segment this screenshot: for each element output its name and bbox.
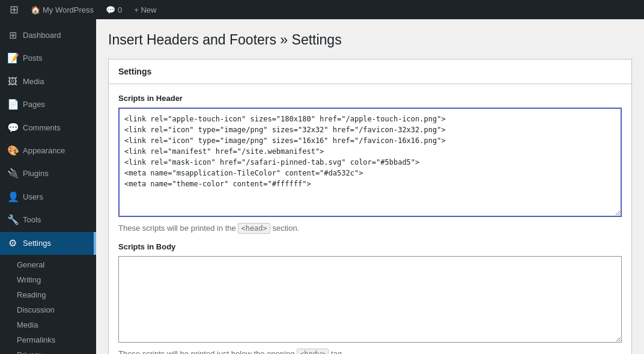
submenu-media[interactable]: Media — [0, 317, 96, 332]
house-icon: 🏠 — [31, 5, 40, 14]
sidebar-item-plugins[interactable]: 🔌 Plugins — [0, 162, 96, 185]
sidebar-label-media: Media — [23, 76, 44, 87]
site-name-item[interactable]: 🏠 My WordPress — [26, 0, 99, 19]
sidebar-item-media[interactable]: 🖼 Media — [0, 70, 96, 93]
submenu-privacy[interactable]: Privacy — [0, 347, 96, 354]
settings-submenu: General Writing Reading Discussion Media… — [0, 255, 96, 354]
wp-logo-item[interactable]: ⊞ — [5, 0, 23, 19]
sidebar-label-appearance: Appearance — [23, 145, 65, 156]
appearance-icon: 🎨 — [7, 144, 18, 157]
sidebar-label-posts: Posts — [23, 53, 43, 64]
submenu-discussion[interactable]: Discussion — [0, 302, 96, 317]
new-label: + New — [134, 5, 156, 14]
scripts-in-header-textarea[interactable] — [118, 108, 622, 217]
sidebar-label-users: Users — [23, 192, 43, 203]
sidebar-label-comments: Comments — [23, 123, 61, 133]
media-icon: 🖼 — [7, 75, 18, 88]
body-section: Scripts in Body These scripts will be pr… — [118, 242, 622, 354]
comments-icon: 💬 — [106, 5, 115, 14]
settings-box-content: Scripts in Header These scripts will be … — [109, 84, 631, 354]
header-section: Scripts in Header These scripts will be … — [118, 94, 622, 233]
sidebar-label-plugins: Plugins — [23, 168, 49, 179]
admin-bar: ⊞ 🏠 My WordPress 💬 0 + New — [0, 0, 644, 19]
sidebar-item-posts[interactable]: 📝 Posts — [0, 47, 96, 70]
pages-icon: 📄 — [7, 98, 18, 111]
sidebar-item-users[interactable]: 👤 Users — [0, 186, 96, 209]
settings-box-header: Settings — [109, 60, 631, 84]
sidebar-label-tools: Tools — [23, 215, 41, 225]
comments-count: 0 — [118, 5, 122, 14]
tools-icon: 🔧 — [7, 213, 18, 227]
main-content: Insert Headers and Footers » Settings Se… — [96, 19, 644, 354]
new-item[interactable]: + New — [129, 0, 161, 19]
scripts-in-body-textarea[interactable] — [118, 256, 622, 343]
sidebar-item-tools[interactable]: 🔧 Tools — [0, 209, 96, 231]
sidebar-label-dashboard: Dashboard — [23, 30, 61, 41]
posts-icon: 📝 — [7, 52, 18, 65]
body-help-text: These scripts will be printed just below… — [118, 349, 622, 354]
comments-item[interactable]: 💬 0 — [101, 0, 127, 19]
scripts-in-body-label: Scripts in Body — [118, 242, 622, 251]
comments-sidebar-icon: 💬 — [7, 121, 18, 135]
sidebar-label-pages: Pages — [23, 99, 45, 110]
plugins-icon: 🔌 — [7, 167, 18, 180]
settings-box: Settings Scripts in Header These scripts… — [108, 59, 632, 354]
header-help-text: These scripts will be printed in the <he… — [118, 224, 622, 233]
settings-icon: ⚙ — [7, 237, 18, 250]
body-code: <body> — [297, 349, 329, 354]
sidebar-item-dashboard[interactable]: ⊞ Dashboard — [0, 24, 96, 47]
scripts-in-header-label: Scripts in Header — [118, 94, 622, 103]
submenu-general[interactable]: General — [0, 257, 96, 272]
sidebar-item-appearance[interactable]: 🎨 Appearance — [0, 139, 96, 162]
page-title: Insert Headers and Footers » Settings — [108, 31, 632, 49]
layout: ⊞ Dashboard 📝 Posts 🖼 Media 📄 Pages 💬 Co… — [0, 19, 644, 354]
head-code: <head> — [238, 223, 270, 234]
sidebar: ⊞ Dashboard 📝 Posts 🖼 Media 📄 Pages 💬 Co… — [0, 19, 96, 354]
users-icon: 👤 — [7, 191, 18, 204]
submenu-permalinks[interactable]: Permalinks — [0, 332, 96, 347]
sidebar-label-settings: Settings — [23, 238, 51, 249]
sidebar-item-pages[interactable]: 📄 Pages — [0, 93, 96, 116]
sidebar-item-settings[interactable]: ⚙ Settings — [0, 232, 96, 255]
wp-logo-icon: ⊞ — [10, 3, 19, 16]
submenu-writing[interactable]: Writing — [0, 272, 96, 287]
sidebar-item-comments[interactable]: 💬 Comments — [0, 117, 96, 139]
dashboard-icon: ⊞ — [7, 29, 18, 42]
site-name: My WordPress — [43, 5, 94, 14]
submenu-reading[interactable]: Reading — [0, 287, 96, 302]
